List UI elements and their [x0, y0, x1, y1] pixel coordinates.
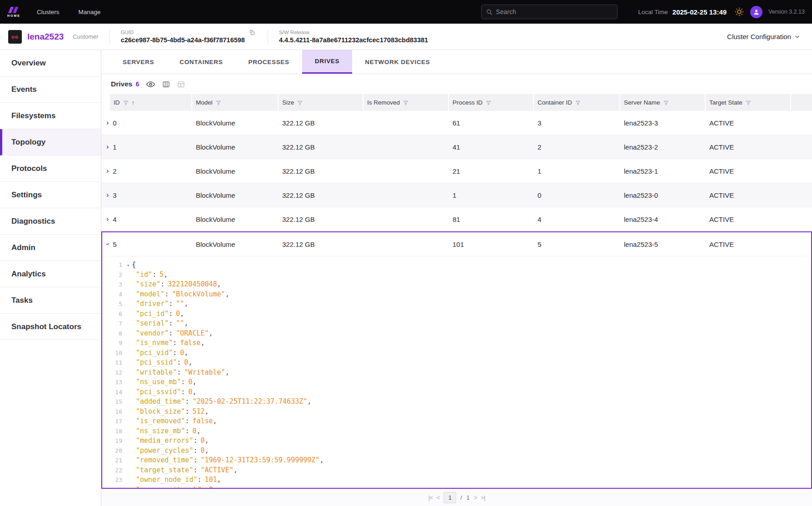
- json-line: 4"model":"BlockVolume",: [107, 290, 811, 300]
- column-header-server-name[interactable]: Server Name: [620, 94, 706, 111]
- reset-columns-icon[interactable]: [177, 80, 185, 88]
- table-row-drive-5[interactable]: › 5 BlockVolume 322.12 GB 101 5 lena2523…: [102, 232, 811, 256]
- filter-icon[interactable]: [216, 100, 221, 105]
- json-code: "block_size":512,: [127, 407, 209, 417]
- nav-clusters[interactable]: Clusters: [37, 9, 60, 15]
- json-key: "block_size": [136, 407, 185, 416]
- sidebar-item-overview[interactable]: Overview: [0, 50, 101, 76]
- tab-processes[interactable]: PROCESSES: [235, 50, 302, 74]
- sidebar-item-filesystems[interactable]: Filesystems: [0, 103, 101, 129]
- sidebar-item-label: Topology: [11, 138, 45, 147]
- drive-id-cell: ›0: [106, 119, 192, 127]
- chevron-right-icon[interactable]: ›: [106, 119, 109, 126]
- sidebar-item-analytics[interactable]: Analytics: [0, 261, 101, 287]
- chevron-down-icon[interactable]: ›: [106, 243, 111, 245]
- table-row-drive-1[interactable]: ›1BlockVolume322.12 GB412lena2523-2ACTIV…: [101, 135, 812, 159]
- sidebar-item-tasks[interactable]: Tasks: [0, 287, 101, 314]
- column-header-target-state[interactable]: Target State: [706, 94, 791, 111]
- chevron-right-icon[interactable]: ›: [106, 191, 109, 199]
- next-page-icon[interactable]: >: [474, 494, 477, 501]
- fold-toggle-icon[interactable]: ▾: [127, 261, 130, 271]
- tab-network-devices[interactable]: NETWORK DEVICES: [352, 50, 443, 74]
- guid-block: GUID c26ce987-8b75-4bd5-a24a-f36f7871659…: [121, 30, 257, 44]
- column-header-size[interactable]: Size: [279, 94, 364, 111]
- line-number: 12: [107, 368, 122, 378]
- cluster-configuration-label: Cluster Configuration: [727, 33, 791, 40]
- manage-columns-icon[interactable]: [162, 80, 170, 88]
- column-header-process-id[interactable]: Process ID: [449, 94, 534, 111]
- json-line: 16"block_size":512,: [107, 407, 811, 417]
- chevron-right-icon[interactable]: ›: [106, 215, 109, 223]
- line-number: 7: [107, 319, 122, 329]
- json-line: 17"is_removed":false,: [107, 416, 811, 426]
- json-colon: :: [193, 456, 197, 464]
- filter-icon[interactable]: [486, 100, 491, 105]
- nav-manage[interactable]: Manage: [79, 9, 101, 15]
- json-key: "removed_time": [136, 456, 193, 464]
- chevron-right-icon[interactable]: ›: [106, 167, 109, 175]
- column-header-is-removed[interactable]: Is Removed: [364, 94, 449, 111]
- tab-containers[interactable]: CONTAINERS: [167, 50, 235, 74]
- filter-icon[interactable]: [575, 100, 581, 105]
- current-page[interactable]: 1: [443, 492, 456, 503]
- table-row-drive-0[interactable]: ›0BlockVolume322.12 GB613lena2523-3ACTIV…: [101, 111, 812, 135]
- theme-toggle-sun-icon[interactable]: [735, 7, 744, 16]
- sidebar-item-protocols[interactable]: Protocols: [0, 155, 101, 182]
- sidebar-item-topology[interactable]: Topology: [0, 129, 101, 155]
- json-value: "Writable": [184, 368, 225, 376]
- home-logo[interactable]: HOME: [7, 7, 20, 17]
- json-comma: ,: [180, 310, 184, 318]
- prev-page-icon[interactable]: <: [437, 494, 440, 501]
- json-line: 18"ns_size_mb":0,: [107, 426, 811, 436]
- json-comma: ,: [213, 417, 217, 425]
- sidebar-item-settings[interactable]: Settings: [0, 182, 101, 208]
- search-input[interactable]: [496, 8, 612, 15]
- filter-icon[interactable]: [663, 100, 669, 105]
- column-header-container-id[interactable]: Container ID: [534, 94, 620, 111]
- filter-icon[interactable]: [403, 100, 408, 105]
- json-code: "ns_size_mb":0,: [127, 426, 200, 436]
- json-line: 20"power_cycles":0,: [107, 446, 811, 456]
- json-comma: ,: [209, 329, 213, 337]
- line-number: 8: [107, 329, 122, 339]
- json-comma: ,: [196, 427, 200, 435]
- sidebar-item-events[interactable]: Events: [0, 76, 101, 103]
- sidebar-item-diagnostics[interactable]: Diagnostics: [0, 208, 101, 235]
- filter-icon[interactable]: [746, 100, 751, 105]
- user-avatar[interactable]: [750, 6, 762, 18]
- table-row-drive-4[interactable]: ›4BlockVolume322.12 GB814lena2523-4ACTIV…: [101, 207, 812, 231]
- tab-drives[interactable]: DRIVES: [302, 50, 352, 74]
- chevron-right-icon[interactable]: ›: [106, 143, 109, 150]
- pagination: |< < 1 / 1 > >|: [101, 489, 812, 506]
- json-value: "ACTIVE": [200, 466, 233, 474]
- column-header-model[interactable]: Model: [192, 94, 279, 111]
- json-line: 13"ns_use_mb":0,: [107, 377, 811, 387]
- copy-guid-icon[interactable]: [249, 30, 255, 35]
- filter-icon[interactable]: [297, 100, 303, 105]
- table-row-drive-2[interactable]: ›2BlockVolume322.12 GB211lena2523-1ACTIV…: [101, 159, 812, 183]
- json-code: "vendor":"ORACLE",: [127, 329, 213, 339]
- json-colon: :: [177, 358, 181, 366]
- cluster-configuration-button[interactable]: Cluster Configuration: [727, 33, 804, 40]
- weka-logo-icon: [8, 7, 20, 13]
- drive-container-id: 2: [534, 143, 620, 151]
- filter-icon[interactable]: [123, 100, 129, 105]
- sidebar-list: OverviewEventsFilesystemsTopologyProtoco…: [0, 50, 101, 340]
- drive-target-state: ACTIVE: [706, 119, 791, 127]
- eye-icon[interactable]: [146, 80, 155, 89]
- sidebar-item-admin[interactable]: Admin: [0, 235, 101, 261]
- json-viewer: 1▾{2"id":5,3"size":322120450048,4"model"…: [102, 256, 811, 489]
- sidebar-item-snapshot-locators[interactable]: Snapshot Locators: [0, 314, 101, 340]
- json-line: 19"media_errors":0,: [107, 436, 811, 446]
- top-navigation: Clusters Manage: [37, 9, 100, 15]
- table-row-drive-3[interactable]: ›3BlockVolume322.12 GB10lena2523-0ACTIVE: [101, 183, 812, 207]
- drive-server-name: lena2523-3: [620, 119, 706, 127]
- tab-servers[interactable]: SERVERS: [110, 50, 167, 74]
- first-page-icon[interactable]: |<: [428, 494, 433, 501]
- json-colon: :: [193, 466, 197, 474]
- last-page-icon[interactable]: >|: [481, 494, 485, 501]
- json-code: "added_time":"2025-02-25T11:22:37.74633Z…: [127, 397, 311, 407]
- sort-ascending-icon: ↑: [132, 99, 135, 106]
- column-header-id[interactable]: ID↑: [110, 94, 192, 111]
- json-code: "owner_node_id":101,: [127, 475, 221, 485]
